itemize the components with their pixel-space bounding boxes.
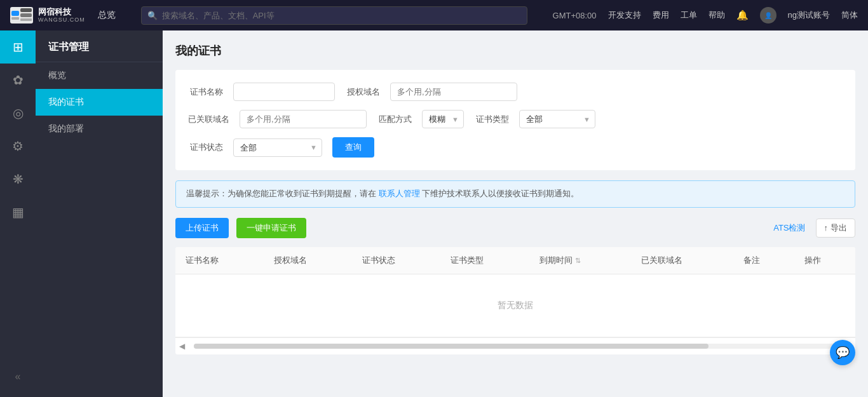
logo-text: 网宿科技 WANGSU.COM [38,7,85,24]
th-expire-time[interactable]: 到期时间⇅ [529,247,632,274]
target-icon: ◎ [13,105,24,121]
action-row: 上传证书 一键申请证书 ATS检测 ↑ 导出 [175,218,855,238]
scroll-track[interactable] [194,344,837,349]
match-method-select-wrap: 模糊 精确 ▼ [422,110,464,128]
logo: 网宿科技 WANGSU.COM [10,7,85,24]
language-toggle[interactable]: 简体 [841,10,858,21]
sidebar-collapse-btn[interactable]: « [15,364,21,389]
alert-banner: 温馨提示：为确保您能正常收到证书到期提醒，请在 联系人管理 下维护技术联系人以便… [175,180,855,208]
sidebar-item-grid[interactable]: ⊞ [0,30,36,64]
action-right-group: ATS检测 ↑ 导出 [773,219,855,238]
svg-rect-2 [20,8,32,12]
page-title: 我的证书 [175,43,855,58]
linked-domain-input[interactable] [240,110,367,128]
settings-icon: ⚙ [12,138,24,154]
th-cert-type: 证书类型 [440,247,529,274]
sidebar-item-target[interactable]: ◎ [0,97,36,130]
cert-table-element: 证书名称 授权域名 证书状态 证书类型 到期时间⇅ 已关联域名 备注 操作 暂无… [175,247,855,337]
svg-rect-4 [20,18,32,21]
sidebar-item-apps[interactable]: ✿ [0,64,36,97]
my-deploy-nav-label: 我的部署 [48,123,84,135]
tools-link[interactable]: 工单 [681,10,697,21]
main-layout: ⊞ ✿ ◎ ⚙ ❋ ▦ « 证书管理 概览 我的证书 [0,30,868,397]
th-cert-status: 证书状态 [352,247,440,274]
match-method-label: 匹配方式 [377,114,412,125]
svg-rect-3 [20,13,32,17]
username[interactable]: ng测试账号 [788,10,830,21]
alert-text-before: 温馨提示：为确保您能正常收到证书到期提醒，请在 [186,189,376,198]
alert-text-after: 下维护技术联系人以便接收证书到期通知。 [422,189,579,198]
export-icon: ↑ [824,223,829,232]
sidebar-item-cluster[interactable]: ❋ [0,163,36,196]
sidebar-item-table[interactable]: ▦ [0,196,36,229]
logo-icon [10,7,33,24]
overview-menu[interactable]: 总览 [98,10,116,21]
filter-row-2: 已关联域名 匹配方式 模糊 精确 ▼ 证书类型 全部 DV OV [188,110,843,128]
export-label: 导出 [831,222,847,234]
main-content: 我的证书 证书名称 授权域名 已关联域名 匹配方式 模糊 精确 [163,30,868,397]
timezone: GMT+08:00 [553,11,597,20]
cert-name-input[interactable] [233,83,335,101]
table-icon: ▦ [12,205,24,220]
svg-rect-0 [11,11,19,16]
chat-bubble[interactable]: 💬 [830,340,855,365]
match-method-select[interactable]: 模糊 精确 [422,110,464,128]
search-input[interactable] [141,6,527,25]
cert-status-select-wrap: 全部 正常 即将过期 已过期 ▼ [233,138,322,157]
cert-type-label: 证书类型 [474,114,509,125]
filter-card: 证书名称 授权域名 已关联域名 匹配方式 模糊 精确 ▼ 证书类型 [175,70,855,170]
alert-link[interactable]: 联系人管理 [379,189,420,198]
apps-icon: ✿ [13,72,24,88]
export-button[interactable]: ↑ 导出 [816,219,856,238]
nav-item-my-deploy[interactable]: 我的部署 [36,116,163,142]
cert-status-label: 证书状态 [188,142,223,153]
upload-cert-button[interactable]: 上传证书 [175,218,229,238]
cert-type-select[interactable]: 全部 DV OV EV [519,110,595,128]
left-navigation-panel: 证书管理 概览 我的证书 我的部署 [36,30,163,397]
sidebar-icons: ⊞ ✿ ◎ ⚙ ❋ ▦ « [0,30,36,397]
nav-item-my-certs[interactable]: 我的证书 [36,89,163,116]
filter-row-1: 证书名称 授权域名 [188,83,843,101]
help-link[interactable]: 帮助 [709,10,725,21]
nav-item-overview[interactable]: 概览 [36,62,163,89]
cluster-icon: ❋ [13,172,24,187]
scroll-bar-area: ◀ ▶ [175,337,855,354]
table-header-row: 证书名称 授权域名 证书状态 证书类型 到期时间⇅ 已关联域名 备注 操作 [175,247,855,274]
ats-check-link[interactable]: ATS检测 [773,222,805,234]
cert-name-label: 证书名称 [188,86,223,98]
my-certs-nav-label: 我的证书 [48,97,84,108]
auth-domain-label: 授权域名 [345,86,380,98]
cert-status-select[interactable]: 全部 正常 即将过期 已过期 [233,138,322,157]
th-auth-domain: 授权域名 [264,247,352,274]
chat-icon: 💬 [836,346,850,360]
scroll-left-arrow[interactable]: ◀ [175,342,189,351]
cost-link[interactable]: 费用 [653,10,669,21]
search-bar: 🔍 [141,6,527,25]
top-navigation: 网宿科技 WANGSU.COM 总览 🔍 GMT+08:00 开发支持 费用 工… [0,0,868,30]
cert-table: 证书名称 授权域名 证书状态 证书类型 到期时间⇅ 已关联域名 备注 操作 暂无… [175,247,855,354]
avatar[interactable]: 👤 [760,7,776,24]
no-data-cell: 暂无数据 [175,274,855,337]
sort-icon: ⇅ [575,257,581,264]
filter-row-3: 证书状态 全部 正常 即将过期 已过期 ▼ 查询 [188,137,843,158]
left-panel-title: 证书管理 [36,30,163,62]
dev-support-link[interactable]: 开发支持 [608,10,641,21]
no-data-row: 暂无数据 [175,274,855,337]
apply-cert-button[interactable]: 一键申请证书 [236,218,306,238]
scroll-thumb [194,344,709,349]
th-linked-domain: 已关联域名 [631,247,733,274]
notification-bell[interactable]: 🔔 [736,10,749,21]
topnav-right: GMT+08:00 开发支持 费用 工单 帮助 🔔 👤 ng测试账号 简体 [553,7,858,24]
search-icon: 🔍 [147,11,158,20]
grid-icon: ⊞ [13,39,24,55]
overview-nav-label: 概览 [48,70,66,81]
auth-domain-input[interactable] [390,83,517,101]
th-operation: 操作 [794,247,855,274]
svg-rect-1 [11,17,19,20]
query-button[interactable]: 查询 [332,137,374,158]
th-remark: 备注 [733,247,794,274]
collapse-icon: « [15,371,21,382]
sidebar-item-settings[interactable]: ⚙ [0,130,36,163]
linked-domain-label: 已关联域名 [188,114,229,125]
th-cert-name: 证书名称 [175,247,264,274]
